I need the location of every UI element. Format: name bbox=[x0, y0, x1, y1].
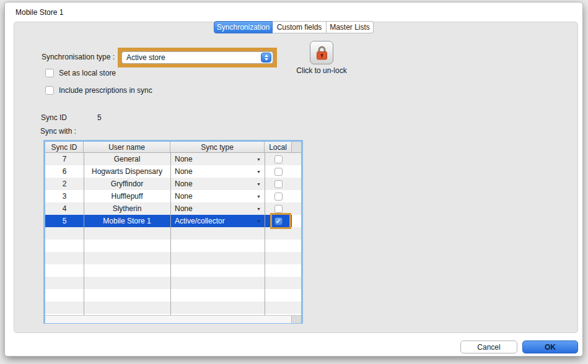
include-prescriptions-checkbox[interactable] bbox=[45, 86, 54, 95]
lock-icon bbox=[315, 45, 329, 61]
dropdown-arrow-icon: ▼ bbox=[257, 157, 261, 162]
header-spacer bbox=[292, 142, 301, 152]
table-header: Sync ID User name Sync type Local bbox=[45, 142, 301, 153]
dropdown-arrow-icon: ▼ bbox=[257, 194, 261, 199]
cell-local bbox=[265, 190, 292, 202]
cell-sync-id: 5 bbox=[45, 215, 84, 227]
cell-sync-id: 7 bbox=[45, 153, 84, 165]
row-spacer bbox=[292, 153, 301, 165]
sync-table: Sync ID User name Sync type Local 7 Gene… bbox=[43, 140, 303, 324]
cell-sync-type[interactable]: None▼ bbox=[170, 178, 265, 190]
cell-sync-type[interactable]: Active/collector▼ bbox=[170, 215, 265, 227]
cell-local: ✓ bbox=[265, 215, 292, 227]
set-local-store-checkbox[interactable] bbox=[45, 69, 54, 77]
cell-sync-id: 2 bbox=[45, 178, 84, 190]
cell-sync-type[interactable]: None▼ bbox=[170, 190, 265, 202]
cell-user-name: General bbox=[84, 153, 170, 165]
row-spacer bbox=[292, 190, 301, 202]
cell-sync-id: 3 bbox=[45, 190, 84, 202]
sync-type-label: Synchronisation type : bbox=[24, 53, 115, 61]
sync-type-selected-value: Active store bbox=[126, 53, 261, 62]
sync-with-label: Sync with : bbox=[40, 127, 76, 136]
cancel-button[interactable]: Cancel bbox=[460, 340, 517, 353]
sync-id-label: Sync ID bbox=[41, 113, 67, 122]
column-divider bbox=[170, 153, 171, 315]
horizontal-scrollbar[interactable] bbox=[45, 315, 301, 323]
cell-local bbox=[265, 153, 292, 165]
local-checkbox[interactable] bbox=[274, 205, 283, 213]
header-sync-type[interactable]: Sync type bbox=[170, 142, 265, 152]
row-spacer bbox=[292, 165, 301, 178]
cell-sync-type[interactable]: None▼ bbox=[170, 202, 265, 215]
sync-type-select[interactable]: Active store bbox=[121, 51, 273, 64]
row-spacer bbox=[292, 202, 301, 215]
row-spacer bbox=[292, 178, 301, 190]
cell-local bbox=[265, 178, 292, 190]
dropdown-arrow-icon: ▼ bbox=[257, 207, 261, 211]
tab-bar: Synchronization Custom fields Master Lis… bbox=[214, 21, 374, 33]
popup-stepper-icon bbox=[261, 53, 271, 63]
set-local-store-row: Set as local store bbox=[45, 69, 116, 77]
local-checkbox[interactable] bbox=[274, 155, 283, 163]
ok-button[interactable]: OK bbox=[522, 340, 578, 353]
local-checkbox[interactable] bbox=[274, 180, 283, 188]
unlock-button[interactable] bbox=[310, 41, 333, 64]
cell-user-name: Hufflepuff bbox=[84, 190, 170, 202]
local-checkbox[interactable] bbox=[274, 168, 283, 176]
tab-master-lists[interactable]: Master Lists bbox=[327, 21, 374, 33]
cell-user-name: Gryffindor bbox=[84, 178, 170, 190]
column-divider bbox=[265, 153, 265, 315]
cell-user-name: Hogwarts Dispensary bbox=[84, 165, 170, 178]
header-local[interactable]: Local bbox=[265, 142, 292, 152]
tab-synchronization[interactable]: Synchronization bbox=[214, 21, 273, 33]
sync-type-highlight: Active store bbox=[118, 48, 277, 67]
cell-user-name: Mobile Store 1 bbox=[84, 215, 170, 227]
set-local-store-label: Set as local store bbox=[59, 69, 116, 77]
cell-sync-id: 6 bbox=[45, 165, 84, 178]
cell-user-name: Slytherin bbox=[84, 202, 170, 215]
tab-custom-fields[interactable]: Custom fields bbox=[273, 21, 327, 33]
dropdown-arrow-icon: ▼ bbox=[257, 219, 261, 223]
row-spacer bbox=[292, 215, 301, 227]
dropdown-arrow-icon: ▼ bbox=[257, 170, 261, 174]
stepper-up-icon bbox=[265, 54, 268, 57]
include-prescriptions-row: Include prescriptions in sync bbox=[45, 86, 152, 95]
local-checkbox-highlight bbox=[270, 213, 291, 229]
dialog-window: Mobile Store 1 Synchronization Custom fi… bbox=[5, 2, 582, 356]
header-user-name[interactable]: User name bbox=[84, 142, 170, 152]
cell-sync-type[interactable]: None▼ bbox=[170, 153, 265, 165]
unlock-caption: Click to un-lock bbox=[291, 66, 353, 75]
stepper-down-icon bbox=[265, 58, 268, 61]
header-sync-id[interactable]: Sync ID bbox=[45, 142, 84, 152]
column-divider bbox=[84, 153, 84, 315]
cell-local bbox=[265, 165, 292, 178]
local-checkbox[interactable] bbox=[274, 193, 283, 201]
cell-sync-type[interactable]: None▼ bbox=[170, 165, 265, 178]
cell-sync-id: 4 bbox=[45, 202, 84, 215]
sync-id-value: 5 bbox=[97, 113, 102, 122]
resize-grip[interactable] bbox=[291, 316, 301, 323]
window-title: Mobile Store 1 bbox=[15, 8, 63, 17]
dropdown-arrow-icon: ▼ bbox=[257, 182, 261, 186]
table-body: 7 General None▼ 6 Hogwarts Dispensary No… bbox=[45, 153, 301, 315]
include-prescriptions-label: Include prescriptions in sync bbox=[59, 86, 152, 95]
